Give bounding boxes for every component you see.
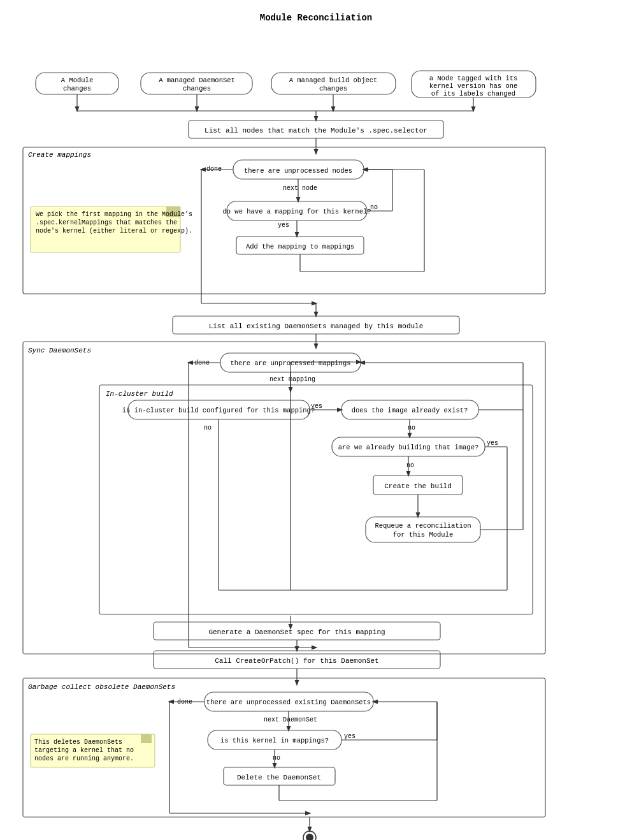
svg-text:targeting a kernel that no: targeting a kernel that no bbox=[34, 747, 134, 754]
section-create-mappings: Create mappings bbox=[28, 151, 91, 159]
yes-label-1: yes bbox=[278, 222, 289, 229]
next-daemonset-label: next DaemonSet bbox=[264, 716, 317, 723]
no-label-5: no bbox=[273, 755, 280, 762]
section-garbage-label: Garbage collect obsolete DaemonSets bbox=[28, 683, 175, 691]
svg-rect-60 bbox=[366, 517, 480, 542]
requeue-label-2: for this Module bbox=[393, 531, 454, 539]
note-delete-1: This deletes DaemonSets bbox=[34, 739, 122, 746]
list-daemonsets-label: List all existing DaemonSets managed by … bbox=[209, 322, 424, 330]
no-label-1: no bbox=[370, 204, 378, 211]
diagram-container: Module Reconciliation A Module changes A… bbox=[10, 0, 622, 840]
no-label-3: no bbox=[406, 462, 414, 469]
create-build-label: Create the build bbox=[384, 482, 452, 490]
svg-text:changes: changes bbox=[63, 85, 91, 92]
trigger-2-label: A managed DaemonSet bbox=[159, 76, 235, 84]
yes-label-3: yes bbox=[487, 440, 498, 447]
yes-label-4: yes bbox=[344, 733, 356, 740]
flowchart-svg: A Module changes A managed DaemonSet cha… bbox=[17, 36, 622, 840]
svg-text:changes: changes bbox=[183, 85, 211, 92]
next-mapping-label: next mapping bbox=[269, 376, 315, 383]
svg-rect-40 bbox=[23, 342, 545, 654]
image-exist-label: does the image already exist? bbox=[352, 407, 468, 414]
unprocessed-existing-label: there are unprocessed existing DaemonSet… bbox=[206, 699, 371, 706]
section-sync-label: Sync DaemonSets bbox=[28, 347, 91, 354]
trigger-1-label: A Module bbox=[61, 76, 93, 84]
svg-text:of its labels changed: of its labels changed bbox=[431, 90, 515, 98]
add-mapping-label: Add the mapping to mappings bbox=[246, 243, 354, 250]
svg-point-93 bbox=[306, 834, 313, 840]
no-label-2: no bbox=[408, 424, 415, 431]
diagram-title: Module Reconciliation bbox=[17, 13, 615, 23]
svg-text:.spec.kernelMappings that matc: .spec.kernelMappings that matches the bbox=[36, 219, 177, 226]
trigger-4-label: a Node tagged with its bbox=[429, 75, 518, 82]
in-cluster-configured-label: is in-cluster build configured for this … bbox=[122, 407, 315, 414]
yes-label-2: yes bbox=[311, 403, 322, 410]
note-mapping-1: We pick the first mapping in the Module'… bbox=[36, 211, 192, 218]
requeue-label-1: Requeue a reconciliation bbox=[375, 522, 471, 530]
unprocessed-nodes-label: there are unprocessed nodes bbox=[244, 167, 352, 175]
svg-text:changes: changes bbox=[319, 85, 347, 92]
svg-marker-88 bbox=[141, 734, 152, 743]
next-node-label: next node bbox=[283, 185, 317, 192]
list-nodes-label: List all nodes that match the Module's .… bbox=[205, 127, 427, 134]
generate-spec-label: Generate a DaemonSet spec for this mappi… bbox=[208, 628, 385, 636]
have-mapping-label: do we have a mapping for this kernel? bbox=[222, 208, 371, 215]
svg-text:node's kernel (either literal : node's kernel (either literal or regexp)… bbox=[36, 228, 192, 235]
delete-daemonset-label: Delete the DaemonSet bbox=[237, 774, 321, 781]
no-label-4: no bbox=[204, 424, 212, 431]
create-or-patch-label: Call CreateOrPatch() for this DaemonSet bbox=[215, 657, 378, 665]
trigger-3-label: A managed build object bbox=[289, 76, 378, 84]
already-building-label: are we already building that image? bbox=[338, 444, 479, 451]
svg-text:nodes are running anymore.: nodes are running anymore. bbox=[34, 755, 134, 762]
svg-text:kernel version has one: kernel version has one bbox=[429, 82, 518, 90]
section-in-cluster-label: In-cluster build bbox=[106, 390, 173, 398]
kernel-in-mappings-label: is this kernel in mappings? bbox=[220, 737, 329, 744]
